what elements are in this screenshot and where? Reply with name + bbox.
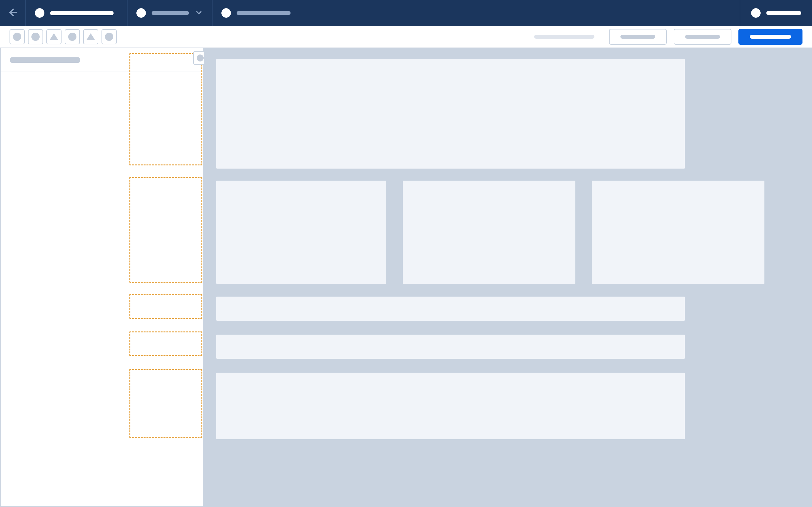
chevron-down-icon bbox=[195, 8, 203, 18]
circle-icon bbox=[68, 33, 77, 41]
sidebar-title bbox=[10, 57, 80, 63]
user-menu[interactable] bbox=[740, 0, 812, 26]
tool-1-button[interactable] bbox=[9, 29, 25, 44]
arrow-left-icon bbox=[7, 7, 18, 19]
breadcrumb-icon bbox=[136, 8, 146, 18]
breadcrumb-item-1[interactable] bbox=[128, 0, 212, 26]
triangle-icon bbox=[86, 33, 95, 40]
circle-icon bbox=[105, 33, 113, 41]
breadcrumb-item-0[interactable] bbox=[26, 0, 128, 26]
preview-footer-block[interactable] bbox=[216, 373, 685, 439]
preview-strip-0[interactable] bbox=[216, 297, 685, 321]
tool-3-button[interactable] bbox=[46, 29, 61, 44]
top-nav: Back bbox=[0, 0, 812, 26]
avatar bbox=[751, 8, 761, 18]
back-button[interactable]: Back bbox=[0, 0, 26, 26]
user-name bbox=[766, 11, 801, 15]
sidebar-header bbox=[1, 48, 203, 72]
toolbar-status bbox=[534, 35, 595, 39]
toolbar-secondary-b-button[interactable] bbox=[674, 29, 731, 45]
breadcrumb-icon bbox=[35, 8, 44, 18]
triangle-icon bbox=[49, 33, 58, 40]
breadcrumb-item-2[interactable] bbox=[212, 0, 327, 26]
tool-5-button[interactable] bbox=[83, 29, 98, 44]
toolbar bbox=[0, 26, 812, 48]
preview-card-0[interactable] bbox=[216, 181, 386, 284]
preview-card-2[interactable] bbox=[592, 181, 764, 284]
toolbar-primary-button[interactable] bbox=[739, 29, 803, 45]
sidebar-panel bbox=[1, 48, 204, 506]
breadcrumb-label bbox=[50, 11, 113, 15]
breadcrumb-label bbox=[152, 11, 189, 15]
tool-4-button[interactable] bbox=[65, 29, 80, 44]
preview-hero-block[interactable] bbox=[216, 59, 685, 169]
dropzone-3[interactable] bbox=[130, 331, 202, 356]
dropzone-1[interactable] bbox=[130, 177, 202, 283]
circle-icon bbox=[13, 33, 21, 41]
breadcrumb-label bbox=[237, 11, 291, 15]
circle-icon bbox=[197, 55, 204, 61]
preview-cards-row bbox=[216, 181, 799, 284]
toolbar-secondary-a-button[interactable] bbox=[609, 29, 667, 45]
preview-panel bbox=[204, 48, 811, 506]
nav-spacer bbox=[327, 0, 740, 26]
preview-strip-1[interactable] bbox=[216, 335, 685, 359]
dropzone-2[interactable] bbox=[130, 294, 202, 319]
tool-6-button[interactable] bbox=[101, 29, 117, 44]
workspace bbox=[0, 48, 812, 507]
preview-card-1[interactable] bbox=[403, 181, 575, 284]
circle-icon bbox=[32, 33, 40, 41]
tool-2-button[interactable] bbox=[28, 29, 43, 44]
toolbar-button-group bbox=[9, 29, 117, 44]
breadcrumb-icon bbox=[221, 8, 231, 18]
dropzone-4[interactable] bbox=[130, 369, 202, 438]
